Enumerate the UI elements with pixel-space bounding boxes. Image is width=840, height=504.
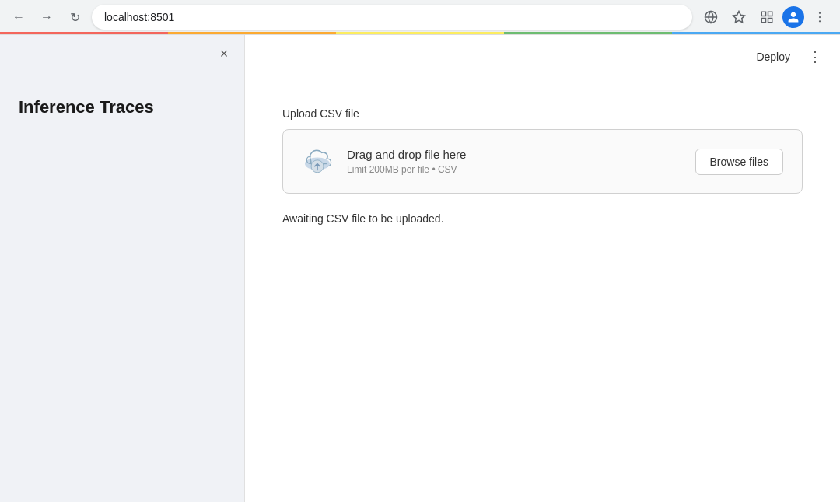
upload-left: Drag and drop file here Limit 200MB per … (302, 145, 466, 177)
awaiting-status-text: Awaiting CSV file to be uploaded. (282, 212, 803, 225)
sidebar-title: Inference Traces (19, 97, 154, 117)
upload-text-group: Drag and drop file here Limit 200MB per … (347, 148, 466, 175)
upload-limit-text: Limit 200MB per file • CSV (347, 164, 466, 175)
more-options-button[interactable]: ⋮ (803, 44, 828, 69)
svg-point-6 (819, 20, 821, 22)
svg-point-5 (819, 16, 821, 18)
top-bar: Deploy ⋮ (245, 35, 840, 79)
browser-chrome: ← → ↻ (0, 0, 840, 35)
back-button[interactable]: ← (8, 6, 30, 28)
profile-icon[interactable] (782, 6, 804, 28)
address-bar[interactable] (92, 5, 692, 30)
cloud-upload-icon (302, 145, 333, 177)
upload-dropzone[interactable]: Drag and drop file here Limit 200MB per … (282, 129, 803, 194)
browse-files-button[interactable]: Browse files (695, 149, 783, 175)
app-layout: × Inference Traces Deploy ⋮ Upload CSV f… (0, 35, 840, 502)
upload-section-label: Upload CSV file (282, 107, 803, 120)
sidebar-close-button[interactable]: × (213, 43, 235, 65)
svg-rect-3 (761, 19, 765, 23)
forward-button[interactable]: → (36, 6, 58, 28)
toolbar-icons (698, 5, 832, 30)
svg-rect-2 (768, 19, 772, 23)
browser-toolbar: ← → ↻ (0, 0, 840, 34)
translate-icon-button[interactable] (698, 5, 723, 30)
menu-icon-button[interactable] (807, 5, 832, 30)
deploy-button[interactable]: Deploy (750, 47, 796, 66)
sidebar: × Inference Traces (0, 35, 245, 502)
reload-button[interactable]: ↻ (64, 6, 86, 28)
extension-icon-button[interactable] (754, 5, 779, 30)
bookmark-icon-button[interactable] (726, 5, 751, 30)
upload-section: Upload CSV file (245, 79, 840, 253)
svg-point-4 (819, 12, 821, 14)
drag-drop-text: Drag and drop file here (347, 148, 466, 161)
svg-rect-0 (761, 12, 765, 16)
svg-rect-1 (768, 12, 772, 16)
main-content: Deploy ⋮ Upload CSV file (245, 35, 840, 502)
